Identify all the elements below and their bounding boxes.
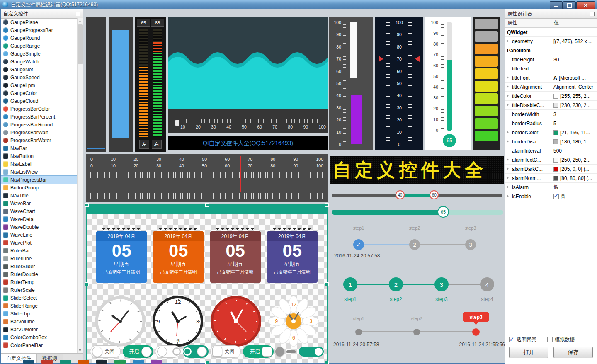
widget-list-item[interactable]: ButtonGroup: [1, 184, 78, 192]
slider-handle-low[interactable]: 40: [396, 190, 405, 199]
widget-list-item[interactable]: RulerBar: [1, 247, 78, 255]
widget-list-item[interactable]: GaugePlane: [1, 18, 78, 26]
widget-list-item[interactable]: RulerScale: [1, 286, 78, 294]
checkbox-unchecked-icon[interactable]: [547, 337, 553, 342]
property-value-cell[interactable]: 30: [551, 55, 597, 64]
property-row[interactable]: titleHeight 30: [505, 55, 597, 64]
property-row[interactable]: QWidget: [505, 28, 597, 37]
panel-item-widget-selected[interactable]: 2019年 04月 05 星期五 己亥猪年三月清明 2019年 04月 05: [86, 204, 328, 363]
widget-list-item[interactable]: GaugeColor: [1, 89, 78, 97]
widget-list-item[interactable]: GaugeRound: [1, 34, 78, 42]
widget-list-item[interactable]: NavLabel: [1, 160, 78, 168]
widget-list-item[interactable]: RulerLine: [1, 255, 78, 262]
property-row[interactable]: titleAlignment Alignment_Center: [505, 83, 597, 92]
led-color-bar-widget[interactable]: [473, 17, 500, 150]
selection-handle[interactable]: [325, 361, 329, 364]
property-row[interactable]: alarmNorm... [80, 80, 80] (...: [505, 174, 597, 183]
property-value-cell[interactable]: [551, 64, 597, 73]
step-dot[interactable]: [355, 329, 362, 335]
checkbox-icon[interactable]: [553, 194, 559, 199]
caption-banner[interactable]: Qt自定义控件大全(QQ:517216493): [168, 136, 328, 150]
property-value-cell[interactable]: [180, 180, 1...: [551, 137, 597, 146]
widget-list-item[interactable]: NavListView: [1, 168, 78, 176]
expand-arrow-icon[interactable]: [507, 176, 509, 180]
step-dot-active[interactable]: [472, 328, 480, 336]
ruler-marker[interactable]: [240, 156, 241, 192]
expand-arrow-icon[interactable]: [507, 94, 509, 97]
widget-list-item[interactable]: WaveLine: [1, 231, 78, 239]
widget-list-item[interactable]: GaugeRange: [1, 42, 78, 50]
progress-slider-widget[interactable]: 65: [332, 205, 503, 218]
property-value-cell[interactable]: [80, 80, 80] (...: [551, 174, 597, 182]
expand-arrow-icon[interactable]: [507, 140, 509, 143]
property-value-cell[interactable]: [21, 156, 11...: [551, 128, 597, 137]
property-value-cell[interactable]: [551, 28, 597, 36]
title-bar[interactable]: 自定义控件属性设计器(QQ:517216493) ✕: [0, 0, 597, 9]
property-row[interactable]: borderWidth 3: [505, 110, 597, 119]
scroll-up-icon[interactable]: [79, 20, 81, 22]
property-row[interactable]: isAlarm 假: [505, 183, 597, 192]
property-value-cell[interactable]: 500: [551, 146, 597, 155]
property-value-cell[interactable]: [551, 46, 597, 55]
property-value-cell[interactable]: 3: [551, 110, 597, 119]
step-dot[interactable]: [413, 329, 420, 335]
range-slider-widget[interactable]: 40 60: [332, 189, 502, 202]
step-balloon[interactable]: step3: [463, 312, 489, 322]
property-row[interactable]: titleDisableC... [230, 230, 2...: [505, 101, 597, 110]
ruler-slider-handle[interactable]: [175, 120, 179, 126]
widget-list-item[interactable]: ProgressBarWater: [1, 136, 78, 144]
property-row[interactable]: borderDisa... [180, 180, 1...: [505, 137, 597, 146]
expand-arrow-icon[interactable]: [507, 194, 509, 198]
step-progress-widget-1[interactable]: step1 step2 step3 ✓ 2 3 2016-11-24 20:57…: [332, 224, 505, 260]
expand-arrow-icon[interactable]: [507, 185, 509, 189]
toggle-switch[interactable]: 关闭: [90, 345, 121, 358]
open-button[interactable]: 打开: [509, 347, 548, 358]
property-value-cell[interactable]: [255, 255, 2...: [551, 92, 597, 100]
property-row[interactable]: titleColor [255, 255, 2...: [505, 92, 597, 101]
widget-list-item[interactable]: ProgressBarWait: [1, 129, 78, 136]
toggle-switch[interactable]: [299, 347, 324, 357]
close-button[interactable]: ✕: [576, 1, 595, 9]
step-circle-done[interactable]: ✓: [353, 239, 364, 250]
widget-list-item[interactable]: SliderSelect: [1, 294, 78, 302]
widget-list-item[interactable]: SliderTip: [1, 310, 78, 318]
widget-list-item[interactable]: GaugeLpm: [1, 81, 78, 89]
property-value-cell[interactable]: 假: [551, 183, 597, 192]
dock-icon[interactable]: [590, 12, 595, 16]
widget-list-item[interactable]: NavProgressBar: [1, 176, 78, 184]
step-circle[interactable]: 2: [409, 239, 420, 250]
widget-list-item[interactable]: NavButton: [1, 152, 78, 160]
property-row[interactable]: geometry [(7, 476), 582 x ...: [505, 37, 597, 46]
ruler-progress-widget[interactable]: 102030405060708090100: [168, 109, 328, 133]
vu-meter-widget[interactable]: 65 88 左 右: [135, 17, 166, 152]
property-row[interactable]: isEnable 真: [505, 192, 597, 201]
property-row[interactable]: alarmTextC... [250, 250, 2...: [505, 155, 597, 165]
toggle-switch[interactable]: 开启: [123, 345, 153, 358]
expand-arrow-icon[interactable]: [507, 39, 509, 43]
property-value-cell[interactable]: [230, 230, 2...: [551, 101, 597, 109]
dock-icon[interactable]: [76, 12, 80, 16]
progressbar-vertical-blue[interactable]: [109, 17, 133, 152]
step-circle-inactive[interactable]: 4: [480, 277, 494, 291]
selection-handle[interactable]: [85, 282, 89, 286]
analog-clock-red[interactable]: [210, 295, 262, 347]
analog-clock-numbered[interactable]: 12 3 6 9: [152, 295, 204, 347]
expand-arrow-icon[interactable]: [507, 167, 509, 170]
property-row[interactable]: alarmInterval 500: [505, 146, 597, 155]
step-circle[interactable]: 2: [389, 277, 403, 291]
widget-list-item[interactable]: ProgressBarRound: [1, 121, 78, 129]
property-value-cell[interactable]: Alignment_Center: [551, 83, 597, 91]
widget-list-item[interactable]: ColorPanelBar: [1, 341, 78, 349]
widget-list-item[interactable]: ProgressBarPercent: [1, 113, 78, 121]
widget-list-item[interactable]: GaugeSpeed: [1, 73, 78, 81]
property-row[interactable]: PanelItem: [505, 46, 597, 55]
mock-data-option[interactable]: 模拟数据: [547, 336, 575, 343]
toggle-switch[interactable]: [155, 345, 181, 358]
step-circle[interactable]: 3: [465, 239, 476, 250]
expand-arrow-icon[interactable]: [507, 85, 509, 88]
widget-list-item[interactable]: RulerTemp: [1, 278, 78, 286]
vertical-gauge-purple[interactable]: 1009080706050403020100: [329, 17, 373, 150]
widget-list-item[interactable]: SliderRange: [1, 302, 78, 310]
property-value-cell[interactable]: [(7, 476), 582 x ...: [551, 37, 597, 46]
property-row[interactable]: borderColor [21, 156, 11...: [505, 128, 597, 137]
